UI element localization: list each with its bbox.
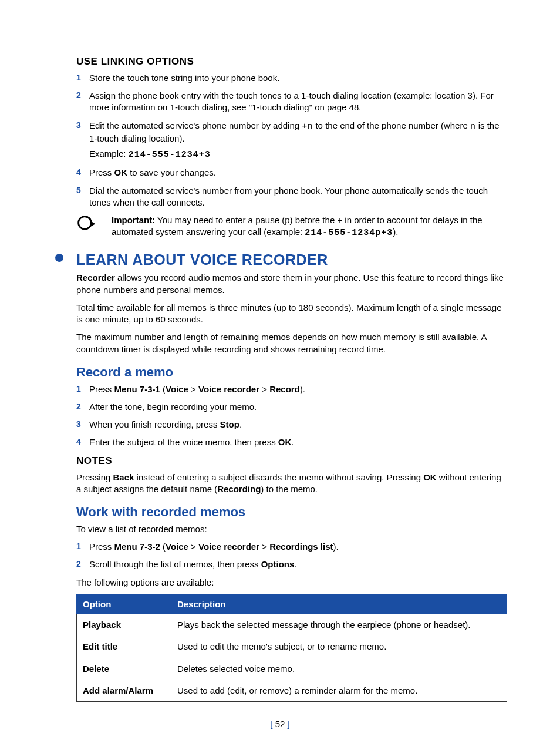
list-number: 2 xyxy=(76,90,89,114)
list-item: 4 Enter the subject of the voice memo, t… xyxy=(76,436,507,448)
svg-marker-1 xyxy=(90,221,95,227)
text: Edit the automated service's phone numbe… xyxy=(89,120,302,130)
bold: OK xyxy=(278,437,292,447)
list-item: 2 Assign the phone book entry with the t… xyxy=(76,90,507,114)
table-header-row: Option Description xyxy=(77,594,507,614)
list-item: 1 Press Menu 7-3-1 (Voice > Voice record… xyxy=(76,384,507,395)
example-label: Example: xyxy=(89,149,129,159)
important-text: Important: You may need to enter a pause… xyxy=(112,214,507,240)
option-description: Plays back the selected message through … xyxy=(171,614,507,636)
list-text: Store the touch tone string into your ph… xyxy=(89,72,507,84)
text: > xyxy=(188,542,198,552)
bold: Recording xyxy=(217,484,261,494)
list-item: 3 Edit the automated service's phone num… xyxy=(76,120,507,162)
bold: Voice recorder xyxy=(198,384,259,394)
text: When you finish recording, press xyxy=(89,419,220,429)
text: Press xyxy=(89,542,114,552)
bold: Voice recorder xyxy=(198,542,259,552)
option-name: Edit title xyxy=(77,636,171,658)
text: Pressing xyxy=(76,472,113,482)
record-memo-list: 1 Press Menu 7-3-1 (Voice > Voice record… xyxy=(76,384,507,449)
list-item: 3 When you finish recording, press Stop. xyxy=(76,419,507,431)
text: allows you record audio memos and store … xyxy=(76,273,504,294)
list-text: Press OK to save your changes. xyxy=(89,167,507,179)
text: Scroll through the list of memos, then p… xyxy=(89,559,261,569)
heading-learn-about-voice-recorder: LEARN ABOUT VOICE RECORDER xyxy=(76,250,507,270)
th-description: Description xyxy=(171,594,507,614)
bold: Voice xyxy=(166,542,188,552)
bracket: ] xyxy=(285,719,289,729)
list-item: 1 Press Menu 7-3-2 (Voice > Voice record… xyxy=(76,541,507,553)
table-row: DeleteDeletes selected voice memo. xyxy=(77,658,507,680)
list-item: 4 Press OK to save your changes. xyxy=(76,167,507,179)
bold: Menu 7-3-1 xyxy=(114,384,160,394)
table-row: Add alarm/AlarmUsed to add (edit, or rem… xyxy=(77,680,507,701)
heading-notes: NOTES xyxy=(76,455,507,468)
example-code: 214-555-1234+3 xyxy=(129,150,211,160)
bold: Record xyxy=(269,384,300,394)
text: > xyxy=(259,384,269,394)
bold: Stop xyxy=(220,419,239,429)
text: ). xyxy=(333,542,338,552)
paragraph: The following options are available: xyxy=(76,577,507,589)
list-item: 2 Scroll through the list of memos, then… xyxy=(76,559,507,570)
list-text: Press Menu 7-3-1 (Voice > Voice recorder… xyxy=(89,384,507,395)
list-item: 2 After the tone, begin recording your m… xyxy=(76,401,507,413)
text: instead of entering a subject discards t… xyxy=(134,472,423,482)
text: ) to the memo. xyxy=(261,484,318,494)
text: . xyxy=(294,559,296,569)
list-text: Scroll through the list of memos, then p… xyxy=(89,559,507,570)
option-description: Deletes selected voice memo. xyxy=(171,658,507,680)
table-row: PlaybackPlays back the selected message … xyxy=(77,614,507,636)
example-line: Example: 214-555-1234+3 xyxy=(89,148,507,161)
code: 214-555-1234p+3 xyxy=(305,228,393,238)
bold: OK xyxy=(423,472,437,482)
text: Press xyxy=(89,167,114,177)
list-item: 5 Dial the automated service's number fr… xyxy=(76,185,507,209)
option-name: Playback xyxy=(77,614,171,636)
text: ). xyxy=(300,384,305,394)
list-number: 4 xyxy=(76,167,89,179)
option-description: Used to add (edit, or remove) a reminder… xyxy=(171,680,507,701)
table-row: Edit titleUsed to edit the memo's subjec… xyxy=(77,636,507,658)
list-item: 1 Store the touch tone string into your … xyxy=(76,72,507,84)
list-number: 2 xyxy=(76,401,89,413)
page-number: [ 52 ] xyxy=(53,718,507,730)
list-text: Press Menu 7-3-2 (Voice > Voice recorder… xyxy=(89,541,507,553)
text: > xyxy=(188,384,198,394)
text: Enter the subject of the voice memo, the… xyxy=(89,437,278,447)
text: to the end of the phone number (where xyxy=(313,120,470,130)
text: You may need to enter a pause (p) before… xyxy=(112,215,483,237)
option-description: Used to edit the memo's subject, or to r… xyxy=(171,636,507,658)
bold: Back xyxy=(113,472,134,482)
paragraph: The maximum number and length of remaini… xyxy=(76,331,507,355)
list-text: Edit the automated service's phone numbe… xyxy=(89,120,507,162)
text: ). xyxy=(393,227,398,237)
list-number: 1 xyxy=(76,384,89,395)
list-number: 1 xyxy=(76,72,89,84)
important-label: Important: xyxy=(112,215,155,225)
bold: OK xyxy=(114,167,128,177)
heading-work-with-recorded-memos: Work with recorded memos xyxy=(76,503,507,521)
heading-text: LEARN ABOUT VOICE RECORDER xyxy=(76,251,328,268)
notes-paragraph: Pressing Back instead of entering a subj… xyxy=(76,472,507,496)
bullet-icon xyxy=(55,254,63,262)
important-note: Important: You may need to enter a pause… xyxy=(76,214,507,240)
list-number: 3 xyxy=(76,120,89,162)
list-text: Dial the automated service's number from… xyxy=(89,185,507,209)
code: +n xyxy=(302,122,313,132)
bold: Menu 7-3-2 xyxy=(114,542,160,552)
list-number: 4 xyxy=(76,436,89,448)
text: ( xyxy=(160,542,166,552)
bold: Recordings list xyxy=(269,542,333,552)
heading-record-a-memo: Record a memo xyxy=(76,364,507,381)
list-number: 5 xyxy=(76,185,89,209)
list-number: 1 xyxy=(76,541,89,553)
bold: Options xyxy=(261,559,295,569)
options-table: Option Description PlaybackPlays back th… xyxy=(76,594,507,702)
text: ( xyxy=(160,384,166,394)
paragraph: Recorder allows you record audio memos a… xyxy=(76,272,507,296)
list-number: 3 xyxy=(76,419,89,431)
list-text: Assign the phone book entry with the tou… xyxy=(89,90,507,114)
list-number: 2 xyxy=(76,559,89,570)
